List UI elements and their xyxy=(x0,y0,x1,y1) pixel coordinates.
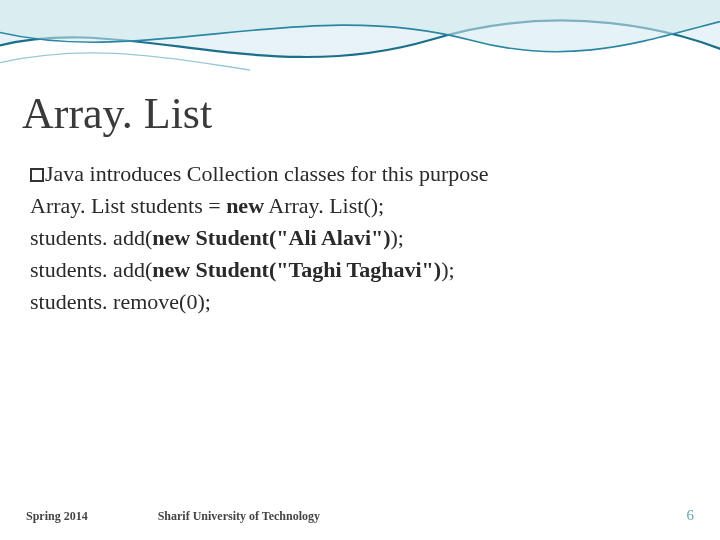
code-text: students. add( xyxy=(30,225,152,250)
bullet-line: Java introduces Collection classes for t… xyxy=(30,158,690,190)
code-keyword: new xyxy=(226,193,264,218)
code-keyword: new Student("Ali Alavi") xyxy=(152,225,390,250)
code-line-4: students. remove(0); xyxy=(30,286,690,318)
footer-term: Spring 2014 xyxy=(26,509,88,524)
code-text: Array. List students = xyxy=(30,193,226,218)
code-keyword: new Student("Taghi Taghavi") xyxy=(152,257,441,282)
code-line-3: students. add(new Student("Taghi Taghavi… xyxy=(30,254,690,286)
header-wave-decoration xyxy=(0,0,720,100)
slide-number: 6 xyxy=(687,507,695,524)
bullet-icon xyxy=(30,168,44,182)
wave-svg xyxy=(0,0,720,100)
code-text: Array. List(); xyxy=(264,193,384,218)
code-text: students. add( xyxy=(30,257,152,282)
bullet-text: Java introduces Collection classes for t… xyxy=(45,161,489,186)
slide-body: Java introduces Collection classes for t… xyxy=(30,158,690,317)
code-line-2: students. add(new Student("Ali Alavi")); xyxy=(30,222,690,254)
code-text: ); xyxy=(391,225,404,250)
code-line-1: Array. List students = new Array. List()… xyxy=(30,190,690,222)
code-text: ); xyxy=(441,257,454,282)
footer-institution: Sharif University of Technology xyxy=(158,509,320,524)
slide-footer: Spring 2014 Sharif University of Technol… xyxy=(0,507,720,524)
slide-title: Array. List xyxy=(22,88,212,139)
